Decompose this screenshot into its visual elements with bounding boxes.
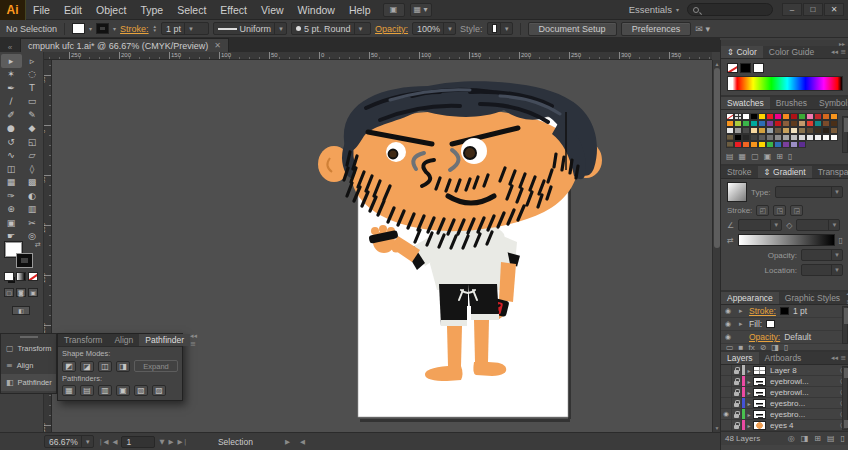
- swatch-cell[interactable]: [814, 120, 822, 127]
- trim-icon[interactable]: ▤: [80, 385, 94, 396]
- visibility-toggle[interactable]: ◉: [721, 409, 732, 419]
- scale-tool[interactable]: ◱: [22, 135, 43, 149]
- tab-symbols[interactable]: Symbols: [813, 97, 848, 109]
- swatch-cell[interactable]: [726, 134, 734, 141]
- appearance-row[interactable]: ◉▸Stroke:1 pt: [721, 305, 848, 318]
- swatch-cell[interactable]: [774, 113, 782, 120]
- search-box[interactable]: [687, 3, 773, 16]
- hand-tool[interactable]: ☛: [1, 230, 22, 244]
- unite-icon[interactable]: ◩: [62, 361, 76, 372]
- next-artboard-icon[interactable]: ▶: [168, 438, 173, 446]
- first-artboard-icon[interactable]: ❘◀: [98, 438, 108, 446]
- swatch-cell[interactable]: [750, 113, 758, 120]
- brush-definition-dropdown[interactable]: 5 pt. Round▼: [291, 22, 371, 35]
- layer-row[interactable]: ◉▸eyesbro...○: [721, 409, 848, 420]
- expand-arrow-icon[interactable]: ▸: [745, 378, 753, 385]
- merge-icon[interactable]: ▥: [98, 385, 112, 396]
- layer-row[interactable]: ▸eyes 4○: [721, 420, 848, 431]
- last-artboard-icon[interactable]: ▶❘: [177, 438, 187, 446]
- layer-row[interactable]: ▸eyebrowl...○: [721, 387, 848, 398]
- black-swatch[interactable]: [740, 63, 751, 73]
- swatch-cell[interactable]: [822, 134, 830, 141]
- swatch-cell[interactable]: [750, 127, 758, 134]
- lasso-tool[interactable]: ◌: [22, 68, 43, 82]
- swatch-cell[interactable]: [774, 141, 782, 148]
- visibility-toggle[interactable]: [721, 420, 732, 430]
- none-swatch[interactable]: [727, 63, 738, 73]
- intersect-icon[interactable]: ◫: [98, 361, 112, 372]
- lock-icon[interactable]: [732, 387, 742, 397]
- visibility-toggle[interactable]: [721, 387, 732, 397]
- new-color-group-icon[interactable]: ▣: [764, 152, 772, 161]
- swatch-cell[interactable]: [774, 127, 782, 134]
- swatch-cell[interactable]: [742, 120, 750, 127]
- swatch-cell[interactable]: [726, 113, 734, 120]
- tab-brushes[interactable]: Brushes: [770, 97, 813, 109]
- swatch-cell[interactable]: [766, 113, 774, 120]
- swatch-cell[interactable]: [798, 120, 806, 127]
- swatch-cell[interactable]: [790, 141, 798, 148]
- lock-icon[interactable]: [732, 398, 742, 408]
- swatch-cell[interactable]: [774, 120, 782, 127]
- stroke-across-icon[interactable]: ◲: [790, 205, 803, 216]
- opacity-dropdown[interactable]: 100%▼: [412, 22, 456, 35]
- tab-stroke[interactable]: Stroke: [721, 166, 758, 178]
- workspace-switcher[interactable]: Essentials ▾: [629, 4, 679, 15]
- swatch-cell[interactable]: [782, 134, 790, 141]
- expand-arrow-icon[interactable]: ▸: [745, 422, 753, 429]
- swatch-cell[interactable]: [782, 141, 790, 148]
- swatch-cell[interactable]: [734, 113, 742, 120]
- swatch-cell[interactable]: [742, 113, 750, 120]
- tab-gradient[interactable]: ⇕ Gradient: [758, 166, 812, 178]
- new-layer-icon[interactable]: ▤: [827, 434, 835, 443]
- width-tool[interactable]: ∿: [1, 149, 22, 163]
- magic-wand-tool[interactable]: ✶: [1, 68, 22, 82]
- swatch-cell[interactable]: [758, 127, 766, 134]
- swatch-cell[interactable]: [726, 120, 734, 127]
- expand-arrow-icon[interactable]: ▸: [745, 400, 753, 407]
- dock-item-transform[interactable]: ▢Transform: [1, 340, 56, 357]
- swatch-cell[interactable]: [830, 134, 838, 141]
- white-swatch[interactable]: [753, 63, 764, 73]
- menu-help[interactable]: Help: [342, 4, 378, 16]
- opacity-panel-link[interactable]: Opacity:: [375, 24, 408, 34]
- swatch-cell[interactable]: [822, 113, 830, 120]
- panel-menu-icon[interactable]: ◂◂ ≡: [190, 334, 200, 346]
- swatch-cell[interactable]: [806, 127, 814, 134]
- gradient-tool[interactable]: ▩: [22, 176, 43, 190]
- vertical-scrollbar[interactable]: ▲ ▼: [712, 60, 720, 432]
- tab-artboards[interactable]: Artboards: [759, 352, 808, 364]
- visibility-toggle[interactable]: [721, 365, 732, 375]
- swatch-cell[interactable]: [782, 120, 790, 127]
- swatch-cell[interactable]: [734, 141, 742, 148]
- swatch-cell[interactable]: [806, 134, 814, 141]
- menu-window[interactable]: Window: [291, 4, 342, 16]
- swatch-cell[interactable]: [798, 113, 806, 120]
- change-screen-mode-button[interactable]: ◧: [12, 306, 30, 315]
- expand-button[interactable]: Expand: [134, 360, 178, 372]
- symbol-sprayer-tool[interactable]: ⊛: [1, 203, 22, 217]
- layer-name[interactable]: Layer 8: [770, 366, 837, 375]
- swatch-cell[interactable]: [742, 134, 750, 141]
- lock-icon[interactable]: [732, 420, 742, 430]
- dock-item-align[interactable]: ≡Align: [1, 357, 56, 374]
- artboard-dropdown-icon[interactable]: ▼: [159, 438, 164, 446]
- lock-icon[interactable]: [732, 409, 742, 419]
- layer-name[interactable]: eyebrowl...: [770, 377, 837, 386]
- crop-icon[interactable]: ▣: [116, 385, 130, 396]
- menu-object[interactable]: Object: [89, 4, 133, 16]
- menu-select[interactable]: Select: [170, 4, 213, 16]
- expand-arrow-icon[interactable]: ▸: [739, 320, 745, 328]
- make-clipping-mask-icon[interactable]: ◨: [801, 434, 809, 443]
- minimize-button[interactable]: –: [782, 3, 802, 16]
- fill-swatch[interactable]: [72, 23, 85, 34]
- none-mode-button[interactable]: [28, 272, 38, 281]
- color-spectrum-bar[interactable]: [727, 76, 843, 91]
- delete-stop-icon[interactable]: ▯: [839, 236, 843, 245]
- expand-arrow-icon[interactable]: ▸: [745, 367, 753, 374]
- stroke-color-swatch[interactable]: [16, 253, 33, 268]
- swatch-cell[interactable]: [758, 120, 766, 127]
- draw-normal-button[interactable]: ▢: [4, 288, 14, 297]
- delete-swatch-icon[interactable]: ▯: [788, 152, 792, 161]
- lock-icon[interactable]: [732, 376, 742, 386]
